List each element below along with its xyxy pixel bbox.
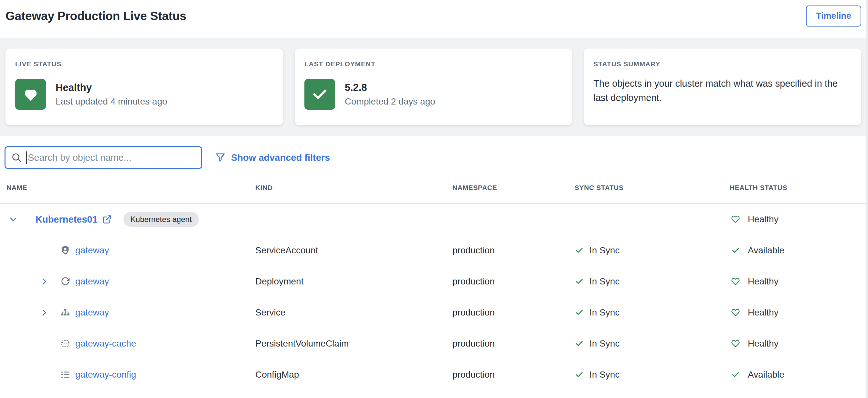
page-title: Gateway Production Live Status	[5, 9, 186, 23]
page-header: Gateway Production Live Status Timeline	[0, 0, 868, 38]
health-status-value: Available	[748, 370, 784, 380]
search-box[interactable]	[4, 146, 202, 169]
text-caret	[26, 151, 27, 164]
health-status-value: Healthy	[748, 338, 778, 349]
sync-status-value: In Sync	[589, 307, 619, 318]
show-advanced-filters-label: Show advanced filters	[231, 152, 330, 163]
table-header: NAME KIND NAMESPACE SYNC STATUS HEALTH S…	[0, 172, 868, 204]
card-label: LIVE STATUS	[15, 60, 272, 68]
heart-outline-icon	[731, 277, 740, 286]
health-status-value: Available	[748, 245, 784, 256]
sync-status-value: In Sync	[589, 245, 619, 256]
object-link[interactable]: gateway	[75, 276, 109, 287]
table-row: gateway-cache PersistentVolumeClaim prod…	[0, 328, 868, 359]
column-header-health-status: HEALTH STATUS	[730, 184, 868, 192]
check-icon	[731, 370, 740, 379]
external-link-icon[interactable]	[102, 215, 112, 224]
object-link[interactable]: gateway-cache	[75, 338, 136, 349]
deployment-version: 5.2.8	[345, 82, 435, 93]
heart-icon	[15, 79, 46, 110]
heart-outline-icon	[731, 308, 740, 317]
sync-check-icon	[575, 339, 584, 348]
kind-value: ServiceAccount	[255, 245, 453, 256]
status-summary-text: The objects in your cluster match what w…	[593, 76, 849, 105]
sync-status-value: In Sync	[589, 370, 619, 380]
configmap-icon	[60, 370, 70, 380]
agent-badge: Kubernetes agent	[123, 212, 199, 227]
kind-value: ConfigMap	[255, 370, 453, 380]
card-label: STATUS SUMMARY	[593, 60, 849, 68]
column-header-name: NAME	[6, 184, 255, 192]
sync-check-icon	[575, 308, 584, 317]
live-status-subtitle: Last updated 4 minutes ago	[56, 96, 167, 107]
scrollbar-track[interactable]	[866, 0, 868, 398]
health-status-value: Healthy	[748, 307, 778, 318]
namespace-value: production	[453, 245, 575, 256]
kind-value: Deployment	[255, 276, 453, 287]
table-row: gateway Deployment production In Sync He…	[0, 266, 868, 297]
live-status-value: Healthy	[56, 82, 167, 93]
status-cards-band: LIVE STATUS Healthy Last updated 4 minut…	[0, 38, 868, 136]
sync-check-icon	[575, 370, 584, 379]
namespace-value: production	[453, 370, 575, 380]
timeline-button[interactable]: Timeline	[806, 5, 861, 27]
sync-status-value: In Sync	[589, 276, 619, 287]
table-row: gateway Service production In Sync Healt…	[0, 297, 868, 328]
show-advanced-filters-link[interactable]: Show advanced filters	[215, 152, 330, 163]
cluster-link[interactable]: Kubernetes01	[35, 214, 98, 225]
namespace-value: production	[453, 338, 575, 349]
namespace-value: production	[453, 276, 575, 287]
search-icon	[11, 152, 22, 163]
sync-check-icon	[575, 246, 584, 255]
service-account-icon	[60, 245, 70, 256]
live-status-card: LIVE STATUS Healthy Last updated 4 minut…	[5, 49, 283, 125]
health-status-value: Healthy	[748, 214, 778, 225]
heart-outline-icon	[731, 215, 740, 224]
kind-value: Service	[255, 307, 453, 318]
namespace-value: production	[453, 307, 575, 318]
chevron-right-icon[interactable]	[40, 277, 50, 286]
column-header-sync-status: SYNC STATUS	[575, 184, 730, 192]
object-link[interactable]: gateway	[75, 245, 109, 256]
search-input[interactable]	[28, 152, 195, 163]
table-row: Kubernetes01 Kubernetes agent Healthy	[0, 204, 868, 235]
sync-status-value: In Sync	[589, 338, 619, 349]
object-link[interactable]: gateway	[75, 307, 109, 318]
check-icon	[731, 246, 740, 255]
last-deployment-card: LAST DEPLOYMENT 5.2.8 Completed 2 days a…	[295, 49, 572, 125]
status-summary-card: STATUS SUMMARY The objects in your clust…	[584, 49, 861, 125]
card-label: LAST DEPLOYMENT	[304, 60, 561, 68]
health-status-value: Healthy	[748, 276, 778, 287]
filter-funnel-icon	[215, 152, 226, 163]
table-row: gateway ServiceAccount production In Syn…	[0, 235, 868, 266]
column-header-kind: KIND	[255, 184, 453, 192]
chevron-right-icon[interactable]	[40, 308, 50, 317]
table-row: gateway-config ConfigMap production In S…	[0, 359, 868, 390]
filter-row: Show advanced filters	[4, 146, 868, 169]
deployment-subtitle: Completed 2 days ago	[345, 96, 435, 107]
heart-outline-icon	[731, 339, 740, 348]
kind-value: PersistentVolumeClaim	[255, 338, 453, 349]
column-header-namespace: NAMESPACE	[453, 184, 575, 192]
pvc-icon	[60, 338, 70, 349]
deployment-icon	[60, 276, 70, 287]
sync-check-icon	[575, 277, 584, 286]
check-icon	[304, 79, 335, 110]
service-icon	[60, 307, 70, 318]
chevron-down-icon[interactable]	[9, 215, 19, 224]
object-link[interactable]: gateway-config	[75, 370, 136, 380]
